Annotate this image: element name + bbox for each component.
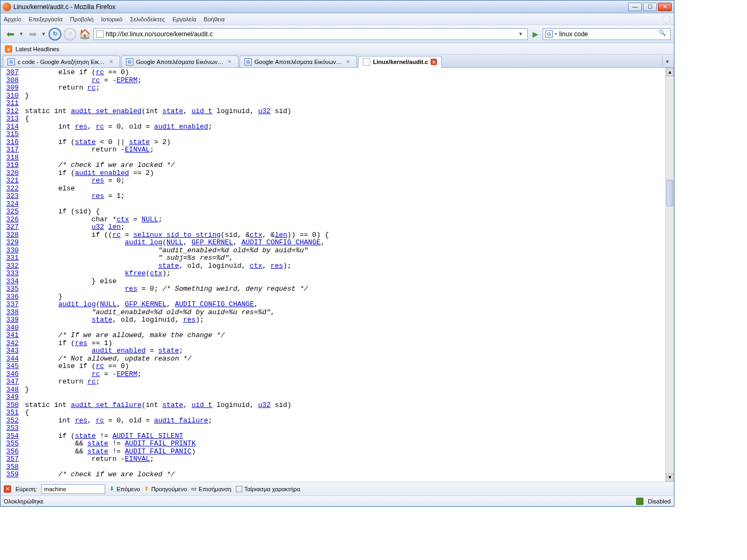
line-number[interactable]: 348: [1, 386, 21, 394]
find-next-button[interactable]: ⬇Επόμενο: [109, 485, 140, 492]
close-button[interactable]: ✕: [658, 3, 672, 11]
line-number[interactable]: 345: [1, 363, 21, 371]
line-number[interactable]: 320: [1, 170, 21, 178]
find-highlight-button[interactable]: ▭Επισήμανση: [191, 485, 231, 492]
stop-button[interactable]: ✕: [63, 28, 76, 41]
search-input[interactable]: [559, 30, 656, 38]
line-number[interactable]: 341: [1, 332, 21, 340]
line-number[interactable]: 339: [1, 316, 21, 324]
line-number[interactable]: 323: [1, 193, 21, 201]
url-bar[interactable]: ▾: [93, 28, 528, 40]
line-number[interactable]: 322: [1, 185, 21, 193]
line-number[interactable]: 307: [1, 69, 21, 77]
line-number[interactable]: 356: [1, 448, 21, 456]
bookmark-latest-headlines[interactable]: Latest Headlines: [15, 46, 59, 52]
line-number[interactable]: 336: [1, 293, 21, 301]
line-number[interactable]: 321: [1, 177, 21, 185]
line-number[interactable]: 344: [1, 355, 21, 363]
noscript-icon[interactable]: [636, 498, 643, 505]
line-number[interactable]: 350: [1, 402, 21, 410]
line-number[interactable]: 326: [1, 216, 21, 224]
home-button[interactable]: 🏠: [78, 28, 91, 41]
line-number[interactable]: 328: [1, 231, 21, 239]
line-number[interactable]: 329: [1, 239, 21, 247]
menu-view[interactable]: Προβολή: [70, 16, 93, 22]
maximize-button[interactable]: ☐: [643, 3, 657, 11]
line-number[interactable]: 325: [1, 208, 21, 216]
search-engine-icon[interactable]: G: [545, 30, 553, 38]
line-number[interactable]: 335: [1, 285, 21, 293]
line-number[interactable]: 315: [1, 131, 21, 139]
line-number[interactable]: 351: [1, 409, 21, 417]
line-number[interactable]: 311: [1, 100, 21, 108]
scroll-up-button[interactable]: ▲: [666, 68, 674, 76]
menu-edit[interactable]: Επεξεργασία: [29, 16, 62, 22]
line-number[interactable]: 354: [1, 433, 21, 441]
tab-list-dropdown[interactable]: ▾: [662, 55, 672, 67]
search-engine-dd[interactable]: ▾: [555, 31, 557, 36]
line-number[interactable]: 319: [1, 162, 21, 170]
line-number[interactable]: 352: [1, 417, 21, 425]
line-number[interactable]: 359: [1, 471, 21, 479]
tab-3[interactable]: Linux/kernel/audit.c✕: [358, 56, 442, 68]
line-number[interactable]: 324: [1, 201, 21, 209]
tab-1[interactable]: GGoogle Αποτελέσματα Εικόνων για...✕: [121, 55, 239, 67]
line-number[interactable]: 331: [1, 254, 21, 262]
line-number[interactable]: 340: [1, 324, 21, 332]
line-number[interactable]: 309: [1, 84, 21, 92]
line-number[interactable]: 358: [1, 463, 21, 471]
line-number[interactable]: 330: [1, 247, 21, 255]
line-number[interactable]: 316: [1, 139, 21, 147]
line-number[interactable]: 349: [1, 394, 21, 402]
url-dropdown[interactable]: ▾: [516, 30, 525, 37]
line-number[interactable]: 332: [1, 262, 21, 270]
line-number[interactable]: 337: [1, 301, 21, 309]
back-dropdown[interactable]: ▾: [19, 28, 24, 41]
line-number[interactable]: 346: [1, 371, 21, 379]
line-number[interactable]: 327: [1, 223, 21, 231]
url-input[interactable]: [106, 30, 514, 38]
tab-0[interactable]: Gc code - Google Αναζήτηση Εικόνων✕: [3, 55, 120, 67]
line-number[interactable]: 357: [1, 455, 21, 463]
forward-dropdown[interactable]: ▾: [41, 28, 46, 41]
find-input[interactable]: [41, 484, 105, 494]
line-number[interactable]: 353: [1, 425, 21, 433]
scroll-thumb[interactable]: [666, 180, 673, 206]
line-number[interactable]: 313: [1, 115, 21, 123]
back-button[interactable]: ⬅: [4, 28, 17, 41]
line-number[interactable]: 347: [1, 378, 21, 386]
search-go-icon[interactable]: 🔍: [658, 29, 668, 39]
menu-help[interactable]: Βοήθεια: [204, 16, 225, 22]
scroll-down-button[interactable]: ▼: [666, 473, 674, 482]
line-number[interactable]: 333: [1, 270, 21, 278]
titlebar[interactable]: Linux/kernel/audit.c - Mozilla Firefox —…: [1, 1, 674, 13]
menu-bookmarks[interactable]: Σελιδοδείκτες: [130, 16, 165, 22]
reload-button[interactable]: ↻: [49, 28, 61, 41]
line-number[interactable]: 343: [1, 347, 21, 355]
line-number[interactable]: 308: [1, 77, 21, 85]
find-matchcase-checkbox[interactable]: Ταίριασμα χαρακτήρα: [236, 486, 300, 492]
forward-button[interactable]: ➡: [26, 28, 39, 41]
tab-2[interactable]: GGoogle Αποτελέσματα Εικόνων για...✕: [240, 55, 357, 67]
menu-tools[interactable]: Εργαλεία: [172, 16, 196, 22]
find-close-button[interactable]: ✕: [4, 485, 11, 493]
vertical-scrollbar[interactable]: ▲ ▼: [665, 68, 674, 482]
line-number[interactable]: 355: [1, 440, 21, 448]
go-button[interactable]: ▶: [530, 29, 541, 39]
line-number[interactable]: 312: [1, 108, 21, 116]
tab-close-button[interactable]: ✕: [109, 59, 115, 65]
tab-close-button[interactable]: ✕: [346, 59, 352, 65]
menu-file[interactable]: Αρχείο: [4, 16, 21, 22]
line-number[interactable]: 310: [1, 92, 21, 100]
menu-history[interactable]: Ιστορικό: [101, 16, 122, 22]
tab-close-button[interactable]: ✕: [431, 59, 437, 65]
line-number[interactable]: 317: [1, 146, 21, 154]
line-number[interactable]: 314: [1, 123, 21, 131]
tab-close-button[interactable]: ✕: [227, 59, 234, 65]
find-prev-button[interactable]: ⬆Προηγούμενο: [144, 485, 187, 492]
line-number[interactable]: 338: [1, 309, 21, 317]
line-number[interactable]: 334: [1, 278, 21, 286]
line-number[interactable]: 318: [1, 154, 21, 162]
minimize-button[interactable]: —: [628, 3, 642, 11]
search-bar[interactable]: G ▾ 🔍: [543, 28, 671, 40]
